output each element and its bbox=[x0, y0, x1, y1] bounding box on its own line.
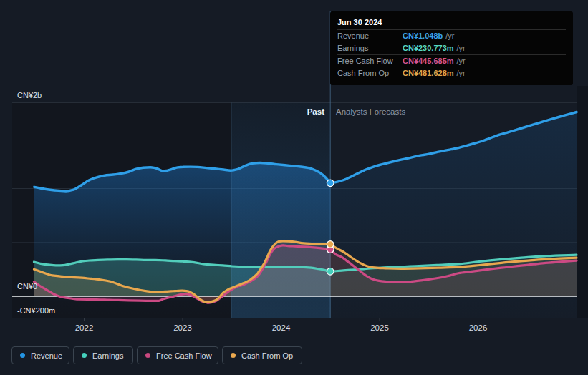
svg-text:-CN¥200m: -CN¥200m bbox=[17, 306, 55, 315]
svg-text:2023: 2023 bbox=[173, 323, 192, 332]
svg-text:2026: 2026 bbox=[469, 323, 488, 332]
svg-text:2022: 2022 bbox=[75, 323, 94, 332]
svg-text:2025: 2025 bbox=[370, 323, 389, 332]
svg-text:2024: 2024 bbox=[272, 323, 291, 332]
svg-text:Past: Past bbox=[307, 107, 324, 116]
svg-text:CN¥2b: CN¥2b bbox=[17, 91, 42, 99]
svg-text:CN¥0: CN¥0 bbox=[17, 282, 37, 291]
svg-text:Analysts Forecasts: Analysts Forecasts bbox=[336, 107, 405, 116]
